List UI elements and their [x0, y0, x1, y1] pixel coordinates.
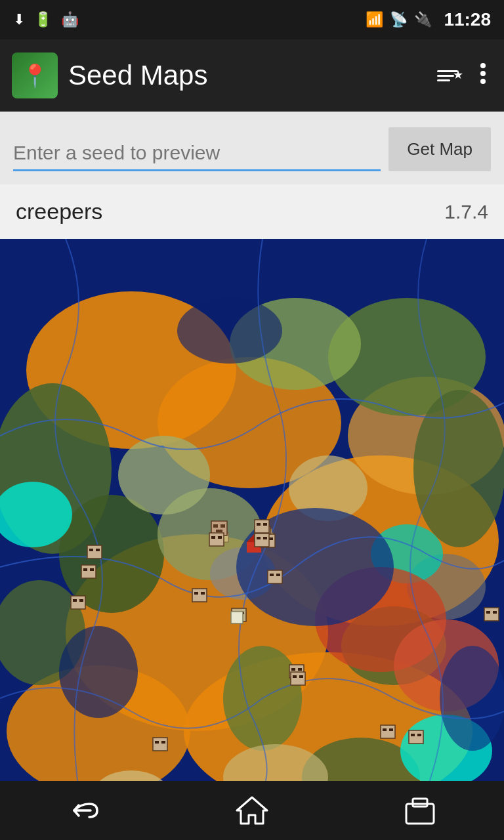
svg-rect-45 — [216, 530, 222, 532]
app-bar: Seed Maps ★ — [0, 39, 504, 112]
svg-rect-110 — [255, 534, 269, 547]
get-map-button[interactable]: Get Map — [388, 127, 491, 171]
svg-rect-109 — [493, 611, 497, 614]
svg-rect-104 — [409, 730, 423, 744]
bottom-nav — [0, 781, 504, 840]
svg-rect-64 — [276, 574, 280, 576]
svg-point-0 — [480, 63, 486, 68]
svg-rect-54 — [73, 599, 77, 602]
svg-rect-92 — [291, 672, 305, 685]
recents-button[interactable] — [387, 791, 453, 830]
svg-rect-154 — [413, 799, 427, 807]
map-area[interactable] — [0, 239, 504, 790]
download-icon: ⬇ — [13, 11, 25, 28]
svg-rect-140 — [231, 612, 243, 623]
signal-icon: 📡 — [390, 11, 408, 28]
svg-rect-44 — [220, 524, 225, 528]
app-title: Seed Maps — [68, 60, 437, 91]
svg-rect-151 — [218, 536, 222, 539]
svg-rect-67 — [298, 668, 302, 671]
svg-rect-52 — [90, 568, 94, 571]
home-button[interactable] — [219, 791, 285, 830]
battery-alert-icon: 🔋 — [34, 11, 52, 28]
svg-rect-51 — [83, 568, 87, 571]
svg-rect-147 — [257, 523, 261, 526]
svg-rect-50 — [81, 565, 96, 578]
map-canvas[interactable] — [0, 239, 504, 790]
svg-point-12 — [59, 495, 164, 613]
seed-name: creepers — [16, 199, 102, 224]
svg-rect-62 — [268, 570, 282, 583]
svg-rect-149 — [209, 533, 224, 546]
svg-rect-84 — [155, 741, 159, 744]
svg-rect-58 — [96, 549, 100, 551]
filter-star-button[interactable]: ★ — [437, 70, 458, 81]
svg-rect-114 — [383, 728, 387, 731]
svg-rect-107 — [484, 608, 499, 621]
filter-line-3 — [437, 79, 450, 81]
svg-point-15 — [413, 390, 504, 547]
svg-point-1 — [480, 71, 486, 76]
svg-rect-53 — [71, 596, 85, 609]
svg-rect-63 — [270, 574, 274, 576]
wifi-icon: 📶 — [366, 11, 383, 28]
svg-rect-111 — [257, 537, 261, 539]
map-svg — [0, 239, 504, 790]
svg-rect-106 — [417, 734, 421, 736]
svg-rect-61 — [201, 592, 205, 595]
svg-rect-83 — [153, 738, 167, 751]
svg-rect-85 — [161, 741, 165, 744]
svg-rect-55 — [79, 599, 83, 602]
star-icon: ★ — [453, 68, 463, 82]
svg-rect-57 — [89, 549, 93, 551]
svg-point-35 — [440, 646, 504, 751]
svg-rect-43 — [213, 524, 218, 528]
svg-rect-93 — [293, 675, 297, 678]
svg-rect-113 — [381, 725, 395, 738]
svg-rect-112 — [263, 537, 267, 539]
status-bar: ⬇ 🔋 🤖 📶 📡 🔌 11:28 — [0, 0, 504, 39]
svg-rect-150 — [211, 536, 215, 539]
svg-rect-56 — [87, 545, 102, 558]
svg-rect-60 — [194, 592, 198, 595]
svg-point-34 — [59, 626, 138, 718]
svg-rect-88 — [269, 537, 273, 540]
app-icon — [12, 52, 58, 98]
svg-rect-148 — [263, 523, 267, 526]
seed-version: 1.7.4 — [444, 201, 488, 223]
android-icon: 🤖 — [61, 11, 79, 28]
svg-point-32 — [177, 298, 282, 364]
svg-rect-59 — [192, 589, 207, 602]
svg-marker-152 — [237, 797, 267, 824]
svg-rect-115 — [389, 728, 393, 731]
search-input-wrap — [13, 136, 381, 171]
status-time: 11:28 — [444, 9, 491, 30]
back-button[interactable] — [51, 791, 117, 830]
svg-rect-105 — [411, 734, 415, 736]
svg-rect-146 — [255, 520, 269, 533]
search-area: Get Map — [0, 112, 504, 184]
svg-point-2 — [480, 79, 486, 84]
seed-info-bar: creepers 1.7.4 — [0, 184, 504, 239]
svg-rect-94 — [299, 675, 303, 678]
more-options-button[interactable] — [474, 62, 492, 90]
svg-rect-66 — [291, 668, 295, 671]
filter-line-2 — [437, 75, 454, 77]
svg-rect-108 — [486, 611, 490, 614]
battery-icon: 🔌 — [414, 11, 432, 28]
seed-input[interactable] — [13, 136, 381, 171]
